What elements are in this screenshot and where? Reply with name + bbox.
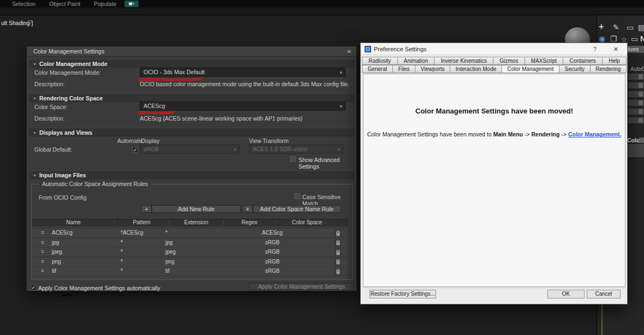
- section-displays-and-views[interactable]: ▼Displays and Views: [29, 128, 354, 136]
- view-transform-dropdown[interactable]: ACES 1.0 SDR-video▾: [249, 145, 343, 154]
- drag-handle-icon[interactable]: =: [41, 248, 44, 256]
- drag-handle-icon[interactable]: =: [41, 229, 44, 237]
- tab-radiosity[interactable]: Radiosity: [362, 57, 398, 65]
- spinner-knob[interactable]: [639, 92, 643, 97]
- restore-factory-settings-button[interactable]: Restore Factory Settings...: [369, 290, 436, 298]
- show-advanced-checkbox[interactable]: [290, 156, 296, 162]
- delete-rule-button[interactable]: [335, 268, 341, 274]
- tab-help[interactable]: Help: [602, 57, 627, 65]
- display-icon[interactable]: ▭: [631, 34, 638, 43]
- filter-icon[interactable]: ▽: [28, 19, 32, 25]
- delete-rule-button[interactable]: [335, 259, 341, 265]
- menu-item-populate[interactable]: Populate: [94, 1, 116, 7]
- column-header-regex[interactable]: Regex: [224, 219, 276, 226]
- section-title: Displays and Views: [39, 129, 92, 136]
- dialog-title-bar[interactable]: Color Management Settings: [27, 46, 356, 57]
- column-header-pattern[interactable]: Pattern: [115, 219, 169, 226]
- color-management-link[interactable]: Color Management.: [568, 131, 621, 137]
- spinner-knob[interactable]: [639, 100, 643, 105]
- column-header-extension[interactable]: Extension: [169, 219, 224, 226]
- section-rendering-color-space[interactable]: ▼Rendering Color Space: [29, 93, 354, 102]
- column-header-color-space[interactable]: Color Space: [276, 219, 338, 226]
- tab-rendering[interactable]: Rendering: [590, 65, 627, 73]
- tab-content-panel: Color Management Settings have been move…: [363, 74, 625, 287]
- button-label: Add Color Space Name Rule: [260, 206, 334, 212]
- tab-maxscript[interactable]: MAXScript: [524, 57, 564, 65]
- spinner-knob[interactable]: [639, 74, 643, 79]
- add-rule-plus-button[interactable]: +: [141, 205, 152, 213]
- column-header-name[interactable]: Name: [33, 219, 115, 226]
- tab-color-management[interactable]: Color Management: [502, 65, 559, 73]
- drag-handle-icon[interactable]: =: [41, 267, 44, 276]
- dialog-title-bar[interactable]: Preference Settings: [361, 43, 627, 55]
- mode-label: Color Management Mode:: [34, 69, 100, 76]
- tab-security[interactable]: Security: [559, 65, 590, 73]
- close-icon[interactable]: ✕: [347, 46, 351, 57]
- tab-containers[interactable]: Containers: [563, 57, 603, 65]
- table-row[interactable]: = tif * tif sRGB: [32, 267, 348, 276]
- delete-rule-button[interactable]: [335, 230, 341, 236]
- grid-icon[interactable]: ▤: [638, 23, 644, 32]
- object-type-button[interactable]: [628, 99, 644, 106]
- object-type-button[interactable]: [628, 91, 644, 98]
- ok-button[interactable]: OK: [547, 290, 585, 298]
- spinner-knob[interactable]: [639, 83, 643, 88]
- ink-scribble-annotation: [61, 291, 73, 300]
- tab-files[interactable]: Files: [392, 65, 415, 73]
- collapse-arrow-icon: ▼: [33, 97, 37, 100]
- motion-tab-icon[interactable]: ◉: [599, 34, 605, 43]
- tab-interaction-mode[interactable]: Interaction Mode: [450, 65, 502, 73]
- auto-apply-checkbox[interactable]: ✓: [31, 284, 37, 290]
- object-type-button[interactable]: [628, 82, 644, 89]
- create-tab-icon[interactable]: +: [599, 22, 604, 32]
- delete-rule-button[interactable]: [335, 240, 341, 246]
- spinner-knob[interactable]: [639, 109, 643, 114]
- rendering-color-space-dropdown[interactable]: ACEScg▾: [140, 101, 345, 111]
- tab-gizmos[interactable]: Gizmos: [493, 57, 524, 65]
- trash-icon: [336, 268, 341, 274]
- apply-settings-button[interactable]: Apply Color Management Settings: [249, 283, 354, 290]
- tab-animation[interactable]: Animation: [397, 57, 435, 65]
- monitor-icon[interactable]: ▭: [627, 23, 634, 32]
- section-color-management-mode[interactable]: ▼Color Management Mode: [29, 59, 354, 68]
- table-row-partial[interactable]: = *: [32, 277, 348, 279]
- utilities-icon[interactable]: N: [640, 34, 644, 43]
- add-color-space-name-rule-button[interactable]: Add Color Space Name Rule: [253, 205, 341, 213]
- drag-handle-icon[interactable]: =: [41, 238, 44, 247]
- chevron-down-icon: ▾: [339, 69, 342, 77]
- table-row[interactable]: = jpeg * jpeg sRGB: [32, 248, 348, 256]
- add-cs-rule-plus-button[interactable]: +: [242, 205, 253, 213]
- tab-general[interactable]: General: [362, 65, 393, 73]
- button-label: Apply Color Management Settings: [258, 283, 345, 290]
- delete-rule-button[interactable]: [335, 249, 341, 255]
- menu-item-object-paint[interactable]: Object Paint: [49, 1, 80, 7]
- color-swatch[interactable]: [639, 137, 644, 143]
- modify-tab-icon[interactable]: ✎: [613, 23, 619, 32]
- table-row[interactable]: = png * png sRGB: [32, 258, 348, 266]
- light-icon[interactable]: ☼: [621, 34, 628, 43]
- color-management-mode-dropdown[interactable]: OCIO - 3ds Max Default▾: [140, 68, 345, 77]
- table-row[interactable]: = jpg * jpg sRGB: [32, 238, 348, 247]
- cancel-button[interactable]: Cancel: [587, 290, 621, 298]
- tab-viewports[interactable]: Viewports: [415, 65, 450, 73]
- tab-inverse-kinematics[interactable]: Inverse Kinematics: [434, 57, 493, 65]
- layers-icon[interactable]: ❐: [610, 34, 617, 43]
- help-icon[interactable]: ?: [593, 43, 597, 55]
- automatic-checkbox[interactable]: ✓: [132, 147, 138, 153]
- display-dropdown[interactable]: sRGB▾: [140, 145, 240, 154]
- object-type-button[interactable]: [628, 117, 644, 124]
- object-type-button[interactable]: [628, 73, 644, 80]
- close-icon[interactable]: ✕: [613, 43, 618, 55]
- object-type-button[interactable]: [628, 108, 644, 115]
- case-sensitive-checkbox[interactable]: [294, 193, 300, 199]
- add-new-rule-button[interactable]: Add New Rule: [152, 205, 241, 213]
- drag-handle-icon[interactable]: =: [41, 277, 44, 279]
- spinner-knob[interactable]: [639, 118, 643, 123]
- section-input-image-files[interactable]: ▼Input Image Files: [29, 170, 354, 179]
- drag-handle-icon[interactable]: =: [41, 258, 44, 266]
- table-row[interactable]: = ACEScg *ACEScg * ACEScg: [32, 229, 348, 237]
- menu-item-selection[interactable]: Selection: [12, 1, 35, 7]
- menubar-tool-button[interactable]: ▣▾: [124, 1, 139, 7]
- primitives-rollout-fragment[interactable]: tives: [625, 46, 644, 53]
- plus-icon: +: [246, 206, 249, 212]
